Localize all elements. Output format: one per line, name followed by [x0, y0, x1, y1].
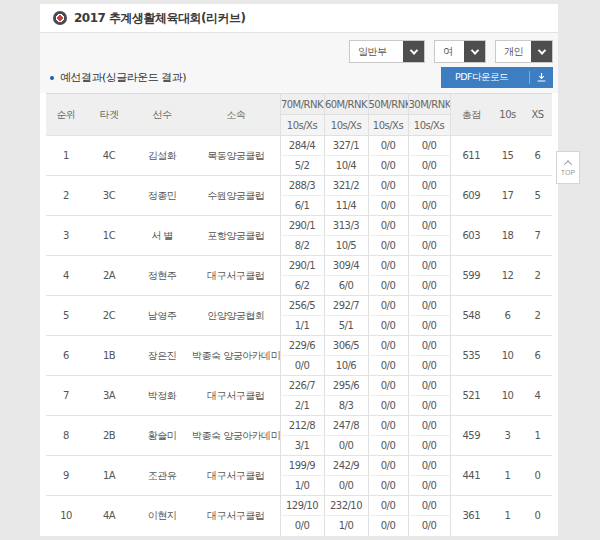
header-target: 타겟	[86, 94, 132, 136]
score-60m-cell: 295/6	[324, 376, 368, 396]
chevron-down-icon	[531, 41, 552, 62]
tens-cell: 10	[492, 376, 523, 416]
table-row: 2 3C 정종민 수원양궁클럽 288/3 321/2 0/0 0/0 609 …	[46, 176, 552, 196]
header-player: 선수	[132, 94, 192, 136]
score-30m-cell: 0/0	[408, 216, 450, 236]
tens-cell: 10	[492, 336, 523, 376]
scroll-to-top-button[interactable]: TOP	[556, 151, 580, 184]
target-cell: 4C	[86, 136, 132, 176]
rank-cell: 9	[46, 456, 86, 496]
tensxs-60m-cell: 10/4	[324, 156, 368, 176]
xs-cell: 7	[523, 216, 552, 256]
tensxs-50m-cell: 0/0	[368, 356, 408, 376]
tens-cell: 6	[492, 296, 523, 336]
rank-cell: 10	[46, 496, 86, 536]
subheader-60m: 10s/Xs	[324, 115, 368, 136]
table-row: 10 4A 이현지 대구서구클럽 129/10 232/10 0/0 0/0 3…	[46, 496, 552, 516]
xs-cell: 0	[523, 496, 552, 536]
subheader-70m: 10s/Xs	[280, 115, 324, 136]
xs-cell: 0	[523, 456, 552, 496]
division-select[interactable]: 일반부	[349, 40, 425, 63]
total-cell: 603	[450, 216, 492, 256]
tensxs-30m-cell: 0/0	[408, 196, 450, 216]
tensxs-60m-cell: 10/5	[324, 236, 368, 256]
header-60m: 60M/RNK	[324, 94, 368, 115]
total-cell: 611	[450, 136, 492, 176]
header-team: 소속	[192, 94, 280, 136]
xs-cell: 2	[523, 256, 552, 296]
tensxs-70m-cell: 6/2	[280, 276, 324, 296]
tensxs-30m-cell: 0/0	[408, 396, 450, 416]
chevron-down-icon	[464, 41, 485, 62]
subheader-50m: 10s/Xs	[368, 115, 408, 136]
gender-select[interactable]: 여	[434, 40, 486, 63]
player-cell: 남영주	[132, 296, 192, 336]
tensxs-30m-cell: 0/0	[408, 276, 450, 296]
tensxs-50m-cell: 0/0	[368, 476, 408, 496]
chevron-down-icon	[403, 41, 424, 62]
header-70m: 70M/RNK	[280, 94, 324, 115]
gender-select-value: 여	[435, 45, 453, 59]
score-70m-cell: 290/1	[280, 216, 324, 236]
player-cell: 정현주	[132, 256, 192, 296]
score-70m-cell: 288/3	[280, 176, 324, 196]
tensxs-50m-cell: 0/0	[368, 516, 408, 536]
xs-cell: 6	[523, 136, 552, 176]
score-50m-cell: 0/0	[368, 256, 408, 276]
score-30m-cell: 0/0	[408, 176, 450, 196]
rank-cell: 4	[46, 256, 86, 296]
table-row: 8 2B 황슬미 박종숙 양궁아카데미 212/8 247/8 0/0 0/0 …	[46, 416, 552, 436]
score-50m-cell: 0/0	[368, 376, 408, 396]
total-cell: 361	[450, 496, 492, 536]
score-60m-cell: 232/10	[324, 496, 368, 516]
tensxs-70m-cell: 5/2	[280, 156, 324, 176]
score-70m-cell: 226/7	[280, 376, 324, 396]
score-70m-cell: 129/10	[280, 496, 324, 516]
table-row: 1 4C 김설화 목동양궁클럽 284/4 327/1 0/0 0/0 611 …	[46, 136, 552, 156]
team-cell: 박종숙 양궁아카데미	[192, 416, 280, 456]
score-60m-cell: 242/9	[324, 456, 368, 476]
score-60m-cell: 327/1	[324, 136, 368, 156]
section-label: 예선결과(싱글라운드 결과)	[60, 70, 186, 85]
total-cell: 548	[450, 296, 492, 336]
tensxs-30m-cell: 0/0	[408, 476, 450, 496]
xs-cell: 1	[523, 416, 552, 456]
tensxs-50m-cell: 0/0	[368, 396, 408, 416]
table-row: 6 1B 장은진 박종숙 양궁아카데미 229/6 306/5 0/0 0/0 …	[46, 336, 552, 356]
tensxs-50m-cell: 0/0	[368, 196, 408, 216]
score-50m-cell: 0/0	[368, 136, 408, 156]
score-50m-cell: 0/0	[368, 456, 408, 476]
player-cell: 김설화	[132, 136, 192, 176]
chevron-up-icon	[564, 160, 572, 168]
score-50m-cell: 0/0	[368, 416, 408, 436]
xs-cell: 5	[523, 176, 552, 216]
score-70m-cell: 229/6	[280, 336, 324, 356]
tensxs-70m-cell: 1/0	[280, 476, 324, 496]
target-cell: 1A	[86, 456, 132, 496]
download-icon	[529, 71, 547, 84]
tensxs-60m-cell: 8/3	[324, 396, 368, 416]
event-type-select[interactable]: 개인	[495, 40, 553, 63]
pdf-download-label: PDF다운로드	[455, 71, 508, 84]
score-60m-cell: 247/8	[324, 416, 368, 436]
bullet-icon	[50, 76, 54, 80]
score-30m-cell: 0/0	[408, 296, 450, 316]
score-50m-cell: 0/0	[368, 496, 408, 516]
event-type-select-value: 개인	[496, 45, 523, 59]
pdf-download-button[interactable]: PDF다운로드	[441, 67, 553, 88]
rank-cell: 7	[46, 376, 86, 416]
tensxs-60m-cell: 1/0	[324, 516, 368, 536]
rank-cell: 6	[46, 336, 86, 376]
rank-cell: 8	[46, 416, 86, 456]
target-cell: 2C	[86, 296, 132, 336]
tensxs-70m-cell: 6/1	[280, 196, 324, 216]
results-table: 순위 타겟 선수 소속 70M/RNK 60M/RNK 50M/RNK 30M/…	[46, 93, 552, 536]
table-header-row: 순위 타겟 선수 소속 70M/RNK 60M/RNK 50M/RNK 30M/…	[46, 94, 552, 115]
page-title: 2017 추계생활체육대회(리커브)	[74, 10, 246, 27]
tensxs-70m-cell: 3/1	[280, 436, 324, 456]
scroll-to-top-label: TOP	[561, 169, 575, 176]
tensxs-50m-cell: 0/0	[368, 276, 408, 296]
target-cell: 2A	[86, 256, 132, 296]
tensxs-60m-cell: 5/1	[324, 316, 368, 336]
tensxs-30m-cell: 0/0	[408, 436, 450, 456]
